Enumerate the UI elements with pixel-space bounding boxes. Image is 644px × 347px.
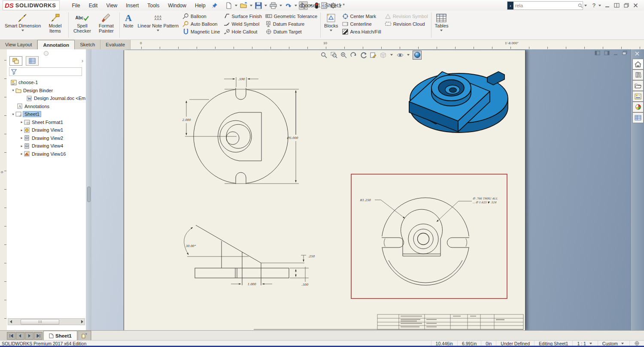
tab-view-layout[interactable]: View Layout [0, 40, 37, 49]
prev-sheet-button[interactable] [16, 332, 24, 340]
area-hatch-button[interactable]: Area Hatch/Fill [342, 28, 381, 35]
graphics-area[interactable]: .590 2.000 Ø5.000 30.00° .250 .500 1.000… [91, 49, 630, 330]
menu-window[interactable]: Window [164, 1, 191, 10]
collapse-arrow-icon[interactable]: ▸ [20, 128, 24, 132]
doc-restore-button[interactable] [622, 51, 627, 55]
expand-arrow-icon[interactable]: ▾ [11, 88, 15, 92]
magnetic-line-button[interactable]: Magnetic Line [182, 28, 220, 35]
hide-show-items-icon[interactable] [396, 51, 404, 59]
doc-minimize-button[interactable] [614, 51, 618, 55]
appearances-button[interactable] [632, 102, 644, 112]
auto-balloon-button[interactable]: Auto Balloon [182, 21, 220, 27]
print-dropdown[interactable] [279, 5, 282, 6]
scrollbar-thumb[interactable] [21, 319, 59, 325]
tab-sketch[interactable]: Sketch [75, 40, 100, 49]
collapse-arrow-icon[interactable]: ▸ [20, 120, 24, 124]
sheet-properties-icon[interactable] [369, 51, 377, 59]
format-painter-button[interactable]: Format Painter [94, 11, 118, 39]
custom-properties-button[interactable] [632, 112, 644, 123]
file-explorer-button[interactable] [632, 80, 644, 91]
search-input[interactable] [513, 3, 578, 8]
split-pane-button[interactable] [614, 3, 620, 8]
menu-view[interactable]: View [102, 1, 122, 10]
hole-callout-line2[interactable]: ⌴ Ø 1.625 ▼ .524 [473, 201, 497, 204]
scroll-right-arrow[interactable] [79, 319, 85, 324]
first-sheet-button[interactable] [7, 332, 15, 340]
tree-item-drawing-view1[interactable]: ▸ Drawing View1 [7, 126, 86, 134]
close-button[interactable] [633, 3, 638, 8]
save-button[interactable] [254, 2, 263, 9]
surface-finish-button[interactable]: Surface Finish [224, 13, 262, 19]
previous-view-icon[interactable] [359, 51, 368, 59]
scale-dropdown[interactable] [589, 343, 592, 344]
view-palette-button[interactable] [632, 91, 644, 102]
hole-callout-button[interactable]: Hole Callout [224, 28, 262, 35]
collapse-arrow-icon[interactable]: ▸ [20, 152, 24, 156]
tree-item-annotations[interactable]: A Annotations [7, 103, 86, 111]
tree-item-root[interactable]: choose-1 [7, 78, 86, 87]
centerline-button[interactable]: Centerline [342, 21, 381, 27]
datum-target-button[interactable]: Datum Target [265, 28, 317, 35]
view-settings-active-button[interactable] [413, 51, 422, 60]
design-library-button[interactable] [632, 69, 644, 80]
dim-slot-width[interactable]: .590 [238, 78, 245, 81]
drawing-sheet[interactable]: .590 2.000 Ø5.000 30.00° .250 .500 1.000… [124, 50, 526, 330]
open-button[interactable] [239, 2, 248, 9]
select-button[interactable] [299, 1, 308, 10]
tree-filter-field[interactable] [9, 67, 82, 76]
collapse-arrow-icon[interactable]: ▸ [20, 136, 24, 140]
search-box[interactable]: › [507, 1, 583, 10]
open-dropdown[interactable] [250, 5, 252, 6]
isometric-view[interactable] [409, 72, 508, 133]
tables-dropdown[interactable] [440, 30, 443, 31]
menu-insert[interactable]: Insert [122, 1, 143, 10]
hole-callout-line1[interactable]: Ø .766 THRU ALL [473, 197, 498, 200]
toggle-state-icon[interactable] [314, 2, 319, 9]
display-style-icon[interactable] [379, 51, 387, 59]
dim-step[interactable]: .250 [308, 255, 315, 258]
new-dropdown[interactable] [235, 5, 237, 6]
spell-checker-button[interactable]: Abc Spell Checker [70, 11, 94, 39]
center-mark-button[interactable]: Center Mark [342, 13, 381, 19]
zoom-in-out-icon[interactable] [340, 51, 348, 59]
datum-feature-button[interactable]: Datum Feature [265, 21, 317, 27]
hide-show-dropdown[interactable] [407, 54, 410, 56]
restore-button[interactable] [624, 3, 629, 8]
sheet1-tab[interactable]: Sheet1 [43, 331, 77, 341]
dim-radius[interactable]: R1.250 [360, 199, 371, 202]
dim-diameter[interactable]: Ø5.000 [287, 136, 298, 140]
revision-cloud-button[interactable]: Revision Cloud [385, 21, 428, 27]
undo-button[interactable] [284, 2, 293, 9]
menu-edit[interactable]: Edit [85, 1, 102, 10]
panel-splitter[interactable] [86, 49, 92, 330]
units-dropdown[interactable] [621, 343, 624, 344]
model-items-button[interactable]: Model Items [43, 11, 67, 39]
blocks-button[interactable]: Blocks [322, 11, 340, 39]
select-dropdown[interactable] [310, 5, 312, 6]
options-dropdown[interactable] [339, 5, 342, 6]
resources-home-button[interactable] [632, 59, 644, 69]
task-pane-close-icon[interactable] [635, 51, 640, 56]
balloon-button[interactable]: Balloon [182, 13, 220, 19]
panel-collapse-handle[interactable] [44, 51, 49, 56]
tree-item-drawing-view2[interactable]: ▸ Drawing View2 [7, 134, 86, 142]
pin-menu-icon[interactable] [212, 3, 218, 9]
print-button[interactable] [269, 2, 278, 9]
tree-item-design-journal[interactable]: W Design Journal.doc <Em [7, 94, 86, 103]
new-button[interactable] [225, 2, 233, 9]
tree-item-sheet-format1[interactable]: ▸ Sheet Format1 [7, 118, 86, 127]
magnifier-icon[interactable] [578, 3, 583, 9]
zoom-to-area-icon[interactable] [330, 51, 338, 59]
note-button[interactable]: A Note [121, 11, 135, 39]
panel-expand-chevron[interactable]: › [82, 58, 83, 64]
blocks-dropdown[interactable] [330, 30, 332, 31]
dim-length[interactable]: 1.000 [247, 283, 256, 286]
help-dropdown[interactable] [598, 5, 601, 6]
properties-button[interactable] [320, 2, 328, 9]
linear-note-pattern-dropdown[interactable] [157, 30, 159, 31]
zoom-to-fit-icon[interactable] [320, 51, 328, 59]
tree-item-drawing-view16[interactable]: ▸ Drawing View16 [7, 150, 86, 158]
undo-dropdown[interactable] [295, 5, 297, 6]
tree-item-sheet1[interactable]: ▾ Sheet1 [7, 110, 86, 118]
save-dropdown[interactable] [264, 5, 267, 6]
